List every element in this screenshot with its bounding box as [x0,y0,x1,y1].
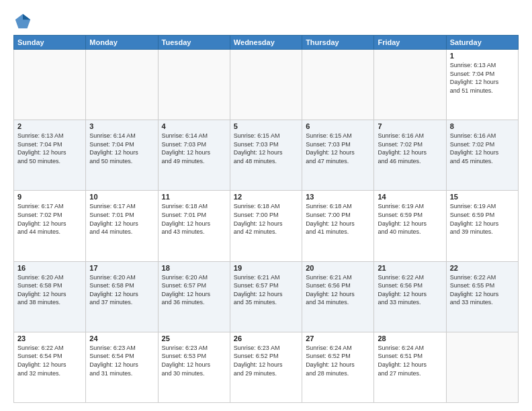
day-header-thursday: Thursday [302,36,374,50]
day-info: Sunrise: 6:18 AM Sunset: 7:01 PM Dayligh… [162,202,226,236]
day-info: Sunrise: 6:16 AM Sunset: 7:02 PM Dayligh… [378,132,442,165]
day-info: Sunrise: 6:22 AM Sunset: 6:54 PM Dayligh… [17,344,82,377]
day-info: Sunrise: 6:20 AM Sunset: 6:58 PM Dayligh… [89,273,154,307]
day-number: 20 [306,264,370,272]
day-info: Sunrise: 6:24 AM Sunset: 6:51 PM Dayligh… [378,344,442,377]
calendar-cell: 5Sunrise: 6:15 AM Sunset: 7:03 PM Daylig… [230,120,302,191]
day-number: 18 [162,264,226,272]
calendar-cell: 8Sunrise: 6:16 AM Sunset: 7:02 PM Daylig… [446,120,518,191]
day-header-tuesday: Tuesday [158,36,230,50]
calendar-cell: 6Sunrise: 6:15 AM Sunset: 7:03 PM Daylig… [302,120,374,191]
calendar-cell: 16Sunrise: 6:20 AM Sunset: 6:58 PM Dayli… [14,261,86,332]
day-info: Sunrise: 6:17 AM Sunset: 7:01 PM Dayligh… [89,202,154,236]
calendar-cell [14,50,86,120]
day-info: Sunrise: 6:15 AM Sunset: 7:03 PM Dayligh… [306,132,370,165]
calendar-week-row: 9Sunrise: 6:17 AM Sunset: 7:02 PM Daylig… [14,191,519,261]
day-info: Sunrise: 6:16 AM Sunset: 7:02 PM Dayligh… [450,132,515,165]
day-info: Sunrise: 6:18 AM Sunset: 7:00 PM Dayligh… [306,202,370,236]
day-number: 15 [450,193,515,201]
day-number: 4 [162,122,226,130]
svg-marker-1 [23,14,30,19]
day-info: Sunrise: 6:13 AM Sunset: 7:04 PM Dayligh… [450,61,515,95]
day-info: Sunrise: 6:15 AM Sunset: 7:03 PM Dayligh… [234,132,298,165]
day-number: 8 [450,122,515,130]
day-info: Sunrise: 6:21 AM Sunset: 6:57 PM Dayligh… [234,273,298,307]
day-info: Sunrise: 6:22 AM Sunset: 6:56 PM Dayligh… [378,273,442,307]
day-number: 25 [162,334,226,342]
day-info: Sunrise: 6:24 AM Sunset: 6:52 PM Dayligh… [306,344,370,377]
day-number: 17 [89,264,154,272]
day-info: Sunrise: 6:18 AM Sunset: 7:00 PM Dayligh… [234,202,298,236]
day-info: Sunrise: 6:23 AM Sunset: 6:54 PM Dayligh… [89,344,154,377]
day-info: Sunrise: 6:23 AM Sunset: 6:53 PM Dayligh… [162,344,226,377]
day-number: 3 [89,122,154,130]
logo-icon [13,12,32,31]
day-number: 5 [234,122,298,130]
day-info: Sunrise: 6:21 AM Sunset: 6:56 PM Dayligh… [306,273,370,307]
day-number: 22 [450,264,515,272]
day-number: 27 [306,334,370,342]
day-number: 23 [17,334,82,342]
page: SundayMondayTuesdayWednesdayThursdayFrid… [0,0,532,411]
day-number: 28 [378,334,442,342]
calendar-cell: 20Sunrise: 6:21 AM Sunset: 6:56 PM Dayli… [302,261,374,332]
calendar-week-row: 1Sunrise: 6:13 AM Sunset: 7:04 PM Daylig… [14,50,519,120]
day-number: 21 [378,264,442,272]
day-number: 14 [378,193,442,201]
day-number: 6 [306,122,370,130]
calendar-cell [446,332,518,402]
calendar-cell [302,50,374,120]
calendar-week-row: 16Sunrise: 6:20 AM Sunset: 6:58 PM Dayli… [14,261,519,332]
calendar-cell: 21Sunrise: 6:22 AM Sunset: 6:56 PM Dayli… [374,261,446,332]
logo [13,12,35,31]
day-number: 11 [162,193,226,201]
calendar-cell [158,50,230,120]
day-info: Sunrise: 6:14 AM Sunset: 7:04 PM Dayligh… [89,132,154,165]
day-number: 7 [378,122,442,130]
calendar-week-row: 2Sunrise: 6:13 AM Sunset: 7:04 PM Daylig… [14,120,519,191]
day-info: Sunrise: 6:13 AM Sunset: 7:04 PM Dayligh… [17,132,82,165]
day-header-wednesday: Wednesday [230,36,302,50]
day-info: Sunrise: 6:20 AM Sunset: 6:58 PM Dayligh… [17,273,82,307]
calendar-cell [230,50,302,120]
day-number: 26 [234,334,298,342]
day-header-sunday: Sunday [14,36,86,50]
day-info: Sunrise: 6:17 AM Sunset: 7:02 PM Dayligh… [17,202,82,236]
calendar-cell [86,50,158,120]
calendar-cell: 1Sunrise: 6:13 AM Sunset: 7:04 PM Daylig… [446,50,518,120]
calendar-week-row: 23Sunrise: 6:22 AM Sunset: 6:54 PM Dayli… [14,332,519,402]
calendar-cell: 2Sunrise: 6:13 AM Sunset: 7:04 PM Daylig… [14,120,86,191]
day-header-saturday: Saturday [446,36,518,50]
calendar-header-row: SundayMondayTuesdayWednesdayThursdayFrid… [14,36,519,50]
calendar-cell: 4Sunrise: 6:14 AM Sunset: 7:03 PM Daylig… [158,120,230,191]
calendar-cell: 26Sunrise: 6:23 AM Sunset: 6:52 PM Dayli… [230,332,302,402]
calendar-cell: 25Sunrise: 6:23 AM Sunset: 6:53 PM Dayli… [158,332,230,402]
calendar-cell: 18Sunrise: 6:20 AM Sunset: 6:57 PM Dayli… [158,261,230,332]
calendar-cell: 7Sunrise: 6:16 AM Sunset: 7:02 PM Daylig… [374,120,446,191]
calendar-cell: 9Sunrise: 6:17 AM Sunset: 7:02 PM Daylig… [14,191,86,261]
calendar-cell: 27Sunrise: 6:24 AM Sunset: 6:52 PM Dayli… [302,332,374,402]
day-info: Sunrise: 6:23 AM Sunset: 6:52 PM Dayligh… [234,344,298,377]
day-number: 12 [234,193,298,201]
calendar-cell: 19Sunrise: 6:21 AM Sunset: 6:57 PM Dayli… [230,261,302,332]
day-number: 2 [17,122,82,130]
day-header-monday: Monday [86,36,158,50]
day-info: Sunrise: 6:20 AM Sunset: 6:57 PM Dayligh… [162,273,226,307]
calendar-cell: 12Sunrise: 6:18 AM Sunset: 7:00 PM Dayli… [230,191,302,261]
calendar-cell: 10Sunrise: 6:17 AM Sunset: 7:01 PM Dayli… [86,191,158,261]
calendar-cell: 17Sunrise: 6:20 AM Sunset: 6:58 PM Dayli… [86,261,158,332]
day-number: 1 [450,52,515,60]
day-info: Sunrise: 6:14 AM Sunset: 7:03 PM Dayligh… [162,132,226,165]
calendar-cell: 15Sunrise: 6:19 AM Sunset: 6:59 PM Dayli… [446,191,518,261]
calendar-cell: 23Sunrise: 6:22 AM Sunset: 6:54 PM Dayli… [14,332,86,402]
day-info: Sunrise: 6:22 AM Sunset: 6:55 PM Dayligh… [450,273,515,307]
day-number: 10 [89,193,154,201]
day-number: 16 [17,264,82,272]
calendar-cell: 14Sunrise: 6:19 AM Sunset: 6:59 PM Dayli… [374,191,446,261]
calendar-cell [374,50,446,120]
header [13,12,519,31]
day-number: 24 [89,334,154,342]
calendar-cell: 11Sunrise: 6:18 AM Sunset: 7:01 PM Dayli… [158,191,230,261]
calendar-cell: 3Sunrise: 6:14 AM Sunset: 7:04 PM Daylig… [86,120,158,191]
day-info: Sunrise: 6:19 AM Sunset: 6:59 PM Dayligh… [450,202,515,236]
